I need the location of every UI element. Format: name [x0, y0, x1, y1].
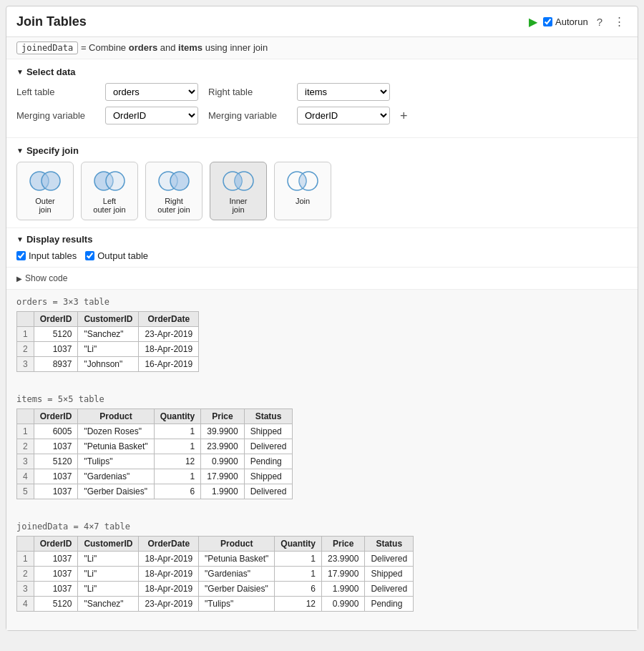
panel-header: Join Tables ▶ Autorun ? ⋮: [6, 6, 638, 37]
add-merge-button[interactable]: +: [400, 109, 408, 122]
data-output-section: orders = 3×3 table OrderID CustomerID Or…: [6, 289, 638, 630]
items-header-orderid: OrderID: [34, 409, 78, 424]
join-options: Outerjoin Leftouter join: [16, 162, 628, 220]
left-outer-join-card[interactable]: Leftouter join: [81, 162, 138, 220]
svg-point-1: [42, 172, 60, 190]
items-header-price: Price: [201, 409, 244, 424]
merge-left-label: Merging variable: [16, 110, 95, 121]
table-row: 31037"Li"18-Apr-2019"Gerber Daisies"61.9…: [17, 582, 414, 597]
items-header-quantity: Quantity: [154, 409, 201, 424]
left-table-label: Left table: [16, 87, 95, 97]
table-row: 11037"Li"18-Apr-2019"Petunia Basket"123.…: [17, 552, 414, 567]
join-card[interactable]: Join: [274, 162, 331, 220]
merge-left-select[interactable]: OrderID: [105, 107, 198, 124]
outer-join-venn: [27, 168, 63, 194]
table-row: 15120"Sanchez"23-Apr-2019: [17, 327, 199, 342]
merge-right-label: Merging variable: [208, 110, 287, 121]
autorun-checkbox[interactable]: [543, 17, 552, 26]
items-header-status: Status: [244, 409, 293, 424]
table-row: 45120"Sanchez"23-Apr-2019"Tulips"120.990…: [17, 597, 414, 612]
table-row: 38937"Johnson"16-Apr-2019: [17, 357, 199, 372]
page-title: Join Tables: [16, 14, 87, 29]
joined-header-orderdate: OrderDate: [139, 537, 199, 552]
joined-header-customerid: CustomerID: [78, 537, 139, 552]
joined-header-orderid: OrderID: [34, 537, 78, 552]
display-results-section: ▼ Display results Input tables Output ta…: [6, 227, 638, 267]
orders-table-label: orders = 3×3 table: [16, 297, 628, 307]
header-icons: ▶ Autorun ? ⋮: [529, 14, 628, 29]
joined-header-status: Status: [365, 537, 414, 552]
orders-header-orderid: OrderID: [34, 312, 78, 327]
specify-join-section: ▼ Specify join Outerjoin: [6, 137, 638, 227]
outer-join-label: Outerjoin: [35, 197, 55, 214]
display-results-header[interactable]: ▼ Display results: [16, 234, 628, 245]
right-table-select[interactable]: orders items: [297, 83, 390, 101]
joined-header-price: Price: [322, 537, 365, 552]
items-header-product: Product: [78, 409, 154, 424]
join-venn: [285, 168, 321, 194]
merge-right-select[interactable]: OrderID: [297, 107, 390, 124]
right-outer-join-card[interactable]: Rightouter join: [145, 162, 203, 220]
formula-code: joinedData: [16, 41, 78, 54]
table-select-row: Left table orders items Right table orde…: [16, 83, 628, 101]
table-row: 16005"Dozen Roses"139.9900Shipped: [17, 424, 293, 439]
table-row: 35120"Tulips"120.9900Pending: [17, 454, 293, 469]
svg-point-5: [170, 172, 189, 190]
orders-table: OrderID CustomerID OrderDate 15120"Sanch…: [16, 311, 199, 372]
run-button[interactable]: ▶: [529, 15, 537, 29]
joined-table-label: joinedData = 4×7 table: [16, 522, 628, 532]
inner-join-label: Innerjoin: [229, 197, 247, 214]
display-options-row: Input tables Output table: [16, 250, 628, 261]
select-data-header[interactable]: ▼ Select data: [16, 67, 628, 77]
input-tables-checkbox-label[interactable]: Input tables: [16, 250, 77, 261]
left-outer-join-label: Leftouter join: [93, 197, 125, 214]
joined-header-product: Product: [199, 537, 275, 552]
items-header-idx: [17, 409, 34, 424]
orders-header-customerid: CustomerID: [78, 312, 139, 327]
items-table: OrderID Product Quantity Price Status 16…: [16, 408, 293, 499]
formula-bar: joinedData = Combine orders and items us…: [6, 37, 638, 59]
input-tables-checkbox[interactable]: [16, 251, 26, 260]
right-outer-join-venn: [156, 168, 192, 194]
table-row: 51037"Gerber Daisies"61.9900Delivered: [17, 484, 293, 499]
svg-point-3: [106, 172, 125, 190]
show-code-row[interactable]: ▶ Show code: [6, 267, 638, 289]
more-button[interactable]: ⋮: [611, 14, 628, 29]
inner-join-venn: [220, 168, 256, 194]
table-row: 21037"Li"18-Apr-2019"Gardenias"117.9900S…: [17, 567, 414, 582]
right-table-label: Right table: [208, 87, 287, 97]
table-row: 21037"Li"18-Apr-2019: [17, 342, 199, 357]
table-row: 21037"Petunia Basket"123.9900Delivered: [17, 439, 293, 454]
left-table-select[interactable]: orders items: [105, 83, 198, 101]
left-outer-join-venn: [92, 168, 127, 194]
joined-header-idx: [17, 537, 34, 552]
table-row: 41037"Gardenias"117.9900Shipped: [17, 469, 293, 484]
outer-join-card[interactable]: Outerjoin: [16, 162, 74, 220]
merge-var-row: Merging variable OrderID Merging variabl…: [16, 107, 628, 124]
help-button[interactable]: ?: [594, 14, 605, 29]
orders-header-orderdate: OrderDate: [139, 312, 199, 327]
autorun-label[interactable]: Autorun: [543, 16, 588, 27]
joined-table: OrderID CustomerID OrderDate Product Qua…: [16, 536, 414, 612]
join-label: Join: [296, 197, 310, 205]
specify-join-header[interactable]: ▼ Specify join: [16, 145, 628, 156]
orders-header-idx: [17, 312, 34, 327]
select-data-section: ▼ Select data Left table orders items Ri…: [6, 59, 638, 137]
output-table-checkbox-label[interactable]: Output table: [85, 250, 148, 261]
right-outer-join-label: Rightouter join: [157, 197, 190, 214]
inner-join-card[interactable]: Innerjoin: [210, 162, 267, 220]
joined-header-quantity: Quantity: [275, 537, 322, 552]
output-table-checkbox[interactable]: [85, 251, 94, 260]
items-table-label: items = 5×5 table: [16, 394, 628, 404]
